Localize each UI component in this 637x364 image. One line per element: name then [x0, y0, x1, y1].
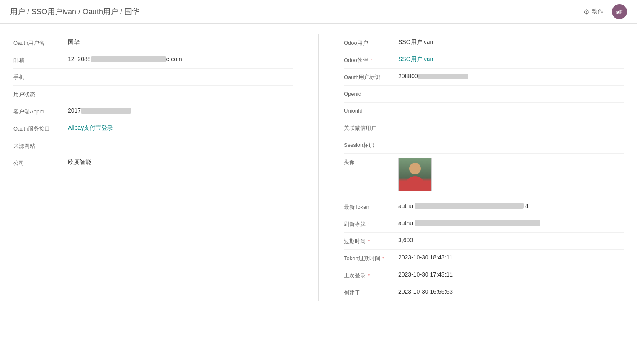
column-separator: [318, 34, 319, 301]
actions-button[interactable]: ⚙ 动作: [580, 6, 607, 18]
field-avatar: 头像: [344, 154, 624, 198]
value-token-expiry: 2023-10-30 18:43:11: [398, 254, 624, 261]
label-last-login: 上次登录 *: [344, 271, 398, 279]
label-oauth-username: Oauth用户名: [13, 38, 68, 47]
left-column: Oauth用户名 国华 邮箱 12_2088e.com 手机 用户状态: [13, 34, 293, 301]
label-oauth-uid: Oauth用户标识: [344, 73, 398, 81]
oauth-service-link[interactable]: Alipay支付宝登录: [68, 124, 113, 131]
avatar-image: [398, 158, 432, 191]
required-mark-last-login: *: [368, 273, 370, 278]
field-expiry-time: 过期时间 * 3,600: [344, 233, 624, 250]
field-wechat-user: 关联微信用户: [344, 119, 624, 136]
gear-icon: ⚙: [583, 8, 589, 16]
field-latest-token: 最新Token authu4: [344, 198, 624, 215]
value-oauth-uid: 208800: [398, 73, 624, 79]
actions-label: 动作: [592, 8, 603, 15]
field-oauth-username: Oauth用户名 国华: [13, 34, 293, 51]
label-company: 公司: [13, 159, 68, 167]
value-appid: 2017: [68, 107, 293, 114]
required-mark-refresh-token: *: [368, 222, 370, 227]
user-avatar-top[interactable]: aF: [612, 4, 627, 19]
required-mark-token-expiry: *: [382, 256, 384, 261]
breadcrumb-text: 用户 / SSO用户ivan / Oauth用户 / 国华: [10, 8, 139, 16]
avatar-person-graphic: [399, 158, 431, 191]
label-wechat-user: 关联微信用户: [344, 123, 398, 132]
label-odoo-partner: Odoo伙伴 *: [344, 56, 398, 64]
header-actions: ⚙ 动作 aF: [580, 4, 627, 19]
value-odoo-partner: SSO用户ivan: [398, 56, 624, 63]
value-oauth-username: 国华: [68, 38, 293, 46]
label-unionid: UnionId: [344, 107, 398, 114]
label-expiry-time: 过期时间 *: [344, 237, 398, 245]
refresh-token-redacted: [415, 220, 540, 226]
user-initials: aF: [616, 9, 622, 15]
field-odoo-partner: Odoo伙伴 * SSO用户ivan: [344, 51, 624, 69]
value-last-login: 2023-10-30 17:43:11: [398, 271, 624, 278]
right-column: Odoo用户 SSO用户ivan Odoo伙伴 * SSO用户ivan Oaut…: [344, 34, 624, 301]
main-content: Oauth用户名 国华 邮箱 12_2088e.com 手机 用户状态: [0, 24, 637, 311]
field-source-website: 来源网站: [13, 137, 293, 154]
field-user-status: 用户状态: [13, 86, 293, 103]
value-refresh-token: authu: [398, 220, 624, 226]
latest-token-redacted: [415, 203, 524, 209]
label-phone: 手机: [13, 73, 68, 81]
label-openid: Openid: [344, 90, 398, 97]
label-refresh-token: 刷新令牌 *: [344, 220, 398, 228]
page-header: 用户 / SSO用户ivan / Oauth用户 / 国华 ⚙ 动作 aF: [0, 0, 637, 24]
field-odoo-user: Odoo用户 SSO用户ivan: [344, 34, 624, 51]
field-session-id: Session标识: [344, 136, 624, 154]
required-mark-expiry: *: [368, 239, 370, 244]
field-openid: Openid: [344, 86, 624, 103]
label-email: 邮箱: [13, 56, 68, 64]
field-company: 公司 欧度智能: [13, 154, 293, 171]
odoo-partner-link[interactable]: SSO用户ivan: [398, 56, 433, 62]
label-avatar: 头像: [344, 158, 398, 166]
field-refresh-token: 刷新令牌 * authu: [344, 215, 624, 233]
value-expiry-time: 3,600: [398, 237, 624, 244]
label-appid: 客户端Appid: [13, 107, 68, 115]
value-oauth-service: Alipay支付宝登录: [68, 124, 293, 132]
field-created-at: 创建于 2023-10-30 16:55:53: [344, 284, 624, 301]
value-email: 12_2088e.com: [68, 56, 293, 62]
label-source-website: 来源网站: [13, 141, 68, 150]
label-created-at: 创建于: [344, 288, 398, 297]
breadcrumb: 用户 / SSO用户ivan / Oauth用户 / 国华: [10, 7, 139, 17]
field-phone: 手机: [13, 69, 293, 86]
email-redacted: [91, 56, 166, 62]
label-latest-token: 最新Token: [344, 203, 398, 211]
appid-redacted: [81, 108, 131, 114]
field-oauth-service: Oauth服务接口 Alipay支付宝登录: [13, 120, 293, 137]
label-session-id: Session标识: [344, 141, 398, 149]
field-unionid: UnionId: [344, 103, 624, 119]
field-token-expiry: Token过期时间 * 2023-10-30 18:43:11: [344, 250, 624, 267]
value-avatar: [398, 158, 624, 191]
field-last-login: 上次登录 * 2023-10-30 17:43:11: [344, 267, 624, 284]
required-mark-odoo-partner: *: [370, 58, 372, 63]
field-email: 邮箱 12_2088e.com: [13, 51, 293, 69]
value-company: 欧度智能: [68, 159, 293, 166]
label-user-status: 用户状态: [13, 90, 68, 98]
field-appid: 客户端Appid 2017: [13, 103, 293, 120]
label-token-expiry: Token过期时间 *: [344, 254, 398, 262]
value-odoo-user: SSO用户ivan: [398, 38, 624, 46]
label-oauth-service: Oauth服务接口: [13, 124, 68, 133]
field-oauth-uid: Oauth用户标识 208800: [344, 69, 624, 86]
oauth-uid-redacted: [418, 74, 468, 79]
value-latest-token: authu4: [398, 203, 624, 209]
value-created-at: 2023-10-30 16:55:53: [398, 288, 624, 295]
label-odoo-user: Odoo用户: [344, 38, 398, 47]
